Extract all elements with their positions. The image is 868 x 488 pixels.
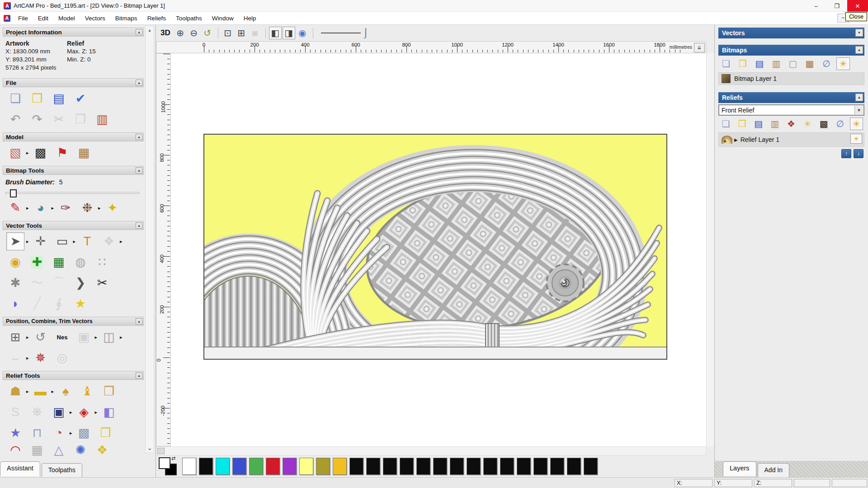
menu-item[interactable]: Toolpaths — [171, 13, 207, 23]
collapse-button[interactable]: ▲ — [136, 222, 142, 229]
create-star-icon[interactable]: ★ — [71, 295, 90, 313]
offset-relief-icon[interactable]: ❐ — [97, 424, 115, 442]
envelope-distort-icon[interactable]: ❖ — [100, 232, 118, 250]
texture-relief-icon[interactable]: ▣ — [50, 403, 68, 421]
toggle-relief-visibility-icon[interactable]: ☀ — [850, 117, 863, 130]
red-relief-icon[interactable]: ◠ — [6, 443, 24, 457]
canvas-2d-view[interactable] — [171, 53, 706, 446]
tab-toolpaths[interactable]: Toolpaths — [42, 463, 82, 477]
flyout-arrow[interactable]: ▸ — [52, 205, 54, 211]
palette-icon[interactable]: ❉ — [78, 199, 96, 217]
collapse-button[interactable]: ▲ — [136, 372, 142, 379]
transform-vectors-icon[interactable]: ✛ — [32, 232, 50, 250]
tab-add-in[interactable]: Add In — [758, 463, 789, 477]
relief-envelope-icon[interactable]: ◧ — [100, 403, 118, 421]
color-swatch[interactable] — [249, 458, 263, 475]
artwork-image[interactable] — [203, 134, 667, 360]
copy-icon[interactable]: ❐ — [71, 110, 90, 128]
text-on-curve-icon[interactable]: ↺ — [32, 328, 50, 346]
trim-vectors-icon[interactable]: ✂ — [93, 274, 111, 292]
offset-dome-icon[interactable]: ◗ — [6, 295, 24, 313]
toggle-bitmap-visibility-icon[interactable]: ☀ — [836, 57, 850, 70]
primary-secondary-colors[interactable]: ⇄ — [159, 457, 179, 475]
slider-track[interactable] — [5, 192, 139, 194]
select-vectors-icon[interactable]: ➤ — [6, 232, 24, 250]
color-swatch[interactable] — [316, 458, 330, 475]
next-bitmap-layer-icon[interactable]: ◨ — [283, 27, 295, 39]
color-swatch[interactable] — [299, 458, 313, 475]
create-polyline-icon[interactable]: ✚ — [28, 253, 46, 271]
flyout-arrow[interactable]: ▸ — [26, 239, 29, 244]
flyout-arrow[interactable]: ▸ — [70, 430, 72, 436]
tab-assistant[interactable]: Assistant — [0, 461, 40, 476]
free-form-vector-icon[interactable]: 〜 — [28, 274, 46, 292]
color-swatch[interactable] — [366, 458, 380, 475]
undo-icon[interactable]: ↶ — [6, 110, 24, 128]
menu-item[interactable]: Vectors — [80, 13, 110, 23]
minimize-button[interactable]: – — [806, 0, 826, 12]
color-swatch[interactable] — [266, 458, 280, 475]
color-swatch[interactable] — [349, 458, 363, 475]
block-paste-icon[interactable]: ∷ — [93, 253, 111, 271]
new-model-icon[interactable]: ❏ — [6, 89, 24, 108]
move-layer-up-button[interactable]: ↑ — [841, 149, 851, 158]
new-relief-layer-icon[interactable]: ❏ — [719, 117, 732, 130]
flyout-arrow[interactable]: ▸ — [26, 205, 29, 211]
canvas-horizontal-scrollbar[interactable] — [156, 446, 706, 455]
delete-bitmap-layer-icon[interactable]: ∅ — [820, 57, 833, 70]
restore-button[interactable]: ❐ — [826, 0, 847, 12]
expander-icon[interactable]: ▶ — [734, 137, 738, 142]
weld-vectors-icon[interactable]: ◫ — [100, 328, 118, 346]
left-panel-scrollbar[interactable]: ▲ ⌄ — [145, 26, 154, 453]
menu-item[interactable]: Window — [207, 13, 239, 23]
flyout-arrow[interactable]: ▸ — [26, 150, 29, 156]
zoom-fit-icon[interactable]: ⊞ — [235, 27, 248, 39]
section-profile-icon[interactable]: ∮ — [50, 295, 68, 313]
relief-preview-icon[interactable]: ☀ — [801, 117, 814, 130]
greyscale-relief-icon[interactable]: ▩ — [817, 117, 830, 130]
primary-color-swatch[interactable] — [159, 457, 170, 469]
collapse-button[interactable]: ▲ — [136, 167, 142, 174]
cut-icon[interactable]: ✂ — [50, 110, 68, 128]
color-swatch[interactable] — [283, 458, 297, 475]
scroll-down-icon[interactable]: ⌄ — [146, 444, 154, 453]
collapse-icon[interactable]: ▲ — [855, 46, 863, 54]
bitmap-image-icon[interactable]: ▦ — [803, 57, 816, 70]
flyout-arrow[interactable]: ▸ — [95, 334, 98, 340]
collapse-button[interactable]: ▲ — [136, 134, 142, 140]
create-arc-icon[interactable]: ⌒ — [50, 274, 68, 292]
smooth-relief-icon[interactable]: ▬ — [32, 382, 50, 400]
color-swatch[interactable] — [182, 458, 196, 475]
collapse-button[interactable]: ▲ — [136, 80, 142, 86]
create-rectangle-icon[interactable]: ▭ — [53, 232, 71, 250]
merge-bitmap-layers-icon[interactable]: ▥ — [769, 57, 783, 70]
zoom-out-icon[interactable]: ⊖ — [188, 27, 200, 39]
color-swatch[interactable] — [517, 458, 531, 475]
layer-preview-icon[interactable]: ◉ — [296, 27, 309, 39]
menu-item[interactable]: Edit — [33, 13, 53, 23]
toolbar-slider[interactable]: ⌡ — [321, 28, 368, 38]
smart-engraving-icon[interactable]: S — [6, 403, 24, 421]
zoom-selection-icon[interactable]: ◙ — [249, 27, 261, 39]
dome-relief-icon[interactable]: △ — [50, 443, 68, 457]
reliefs-header[interactable]: Reliefs ▲ — [718, 92, 864, 103]
close-button[interactable]: ✕ — [847, 0, 868, 12]
canvas-vertical-scrollbar[interactable] — [706, 53, 714, 446]
model-from-greyscale-icon[interactable]: ▩ — [32, 144, 50, 162]
color-swatch[interactable] — [500, 458, 514, 475]
spiral-icon[interactable]: ◎ — [53, 349, 71, 367]
flyout-arrow[interactable]: ▸ — [26, 334, 29, 340]
collapse-button[interactable]: ▲ — [136, 318, 142, 324]
color-swatch[interactable] — [400, 458, 414, 475]
scroll-up-icon[interactable]: ▲ — [146, 26, 154, 34]
slider-line[interactable] — [321, 33, 361, 33]
relief-editing-icon[interactable]: ☗ — [6, 382, 24, 400]
paint-icon[interactable]: ✎ — [6, 199, 24, 217]
flyout-arrow[interactable]: ▸ — [52, 389, 54, 394]
view-3d-button[interactable]: 3D — [160, 28, 170, 38]
greyscale-from-model-icon[interactable]: ▧ — [6, 144, 24, 162]
color-swatch[interactable] — [199, 458, 213, 475]
menu-item[interactable]: Model — [53, 13, 80, 23]
wireframe-distort-icon[interactable]: ◍ — [71, 253, 90, 271]
shape-editor-icon[interactable]: ♝ — [78, 382, 96, 400]
